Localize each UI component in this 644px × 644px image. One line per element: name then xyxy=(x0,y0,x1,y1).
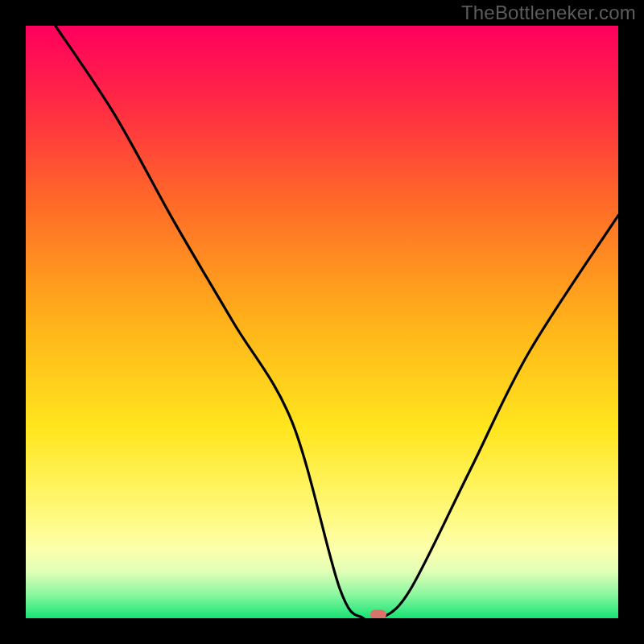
bottleneck-chart xyxy=(26,26,618,618)
plot-area xyxy=(26,26,618,618)
chart-frame: TheBottleneker.com xyxy=(0,0,644,644)
optimal-marker xyxy=(370,610,386,618)
watermark-text: TheBottleneker.com xyxy=(461,2,636,24)
